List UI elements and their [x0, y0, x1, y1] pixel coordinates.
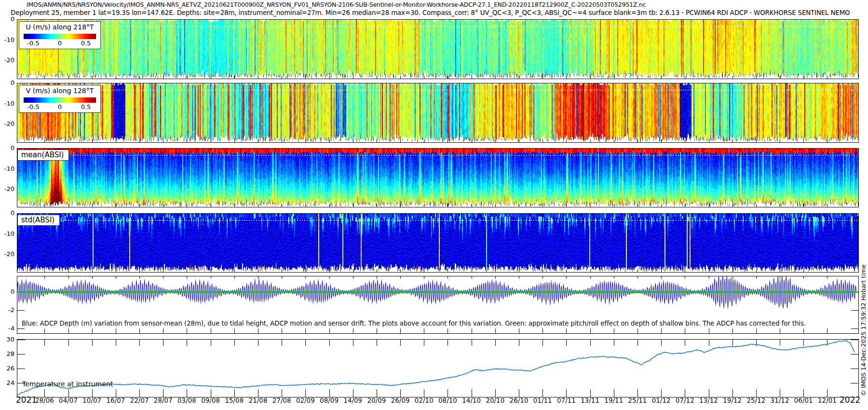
x-tick-label: 07/12 [671, 396, 698, 404]
adcp-figure: IMOS/ANMN/NRS/NRSYON/Velocity/IMOS_ANMN-… [0, 0, 868, 410]
u-colorbar-gradient [24, 34, 96, 39]
x-tick-label: 16/07 [102, 396, 129, 404]
x-tick-label: 20/09 [363, 396, 390, 404]
x-tick-label: 25/12 [743, 396, 770, 404]
x-tick-label: 12/01 [814, 396, 841, 404]
y-tick-label: 0 [0, 288, 14, 296]
year-label-left: 2021 [16, 395, 37, 405]
x-tick-label: 15/08 [221, 396, 248, 404]
y-tick-label: -20 [0, 250, 14, 258]
x-tick-label: 01/12 [648, 396, 675, 404]
v-legend-title: V (m/s) along 128°T [19, 87, 100, 95]
x-tick-label: 08/10 [434, 396, 461, 404]
panel-mean-absi: mean(ABSI) [17, 148, 859, 207]
u-colorbar-tick-min: -0.5 [27, 40, 39, 47]
x-tick-label: 28/07 [149, 396, 176, 404]
v-colorbar-gradient [24, 97, 96, 103]
y-tick-label: 26 [0, 365, 14, 372]
x-tick-label: 14/10 [458, 396, 485, 404]
x-tick-label: 07/11 [553, 396, 580, 404]
v-colorbar-tick-zero: 0 [58, 103, 62, 110]
v-velocity-heatmap [17, 83, 858, 142]
x-tick-label: 03/08 [173, 396, 200, 404]
panel-v-velocity: V (m/s) along 128°T -0.5 0 0.5 [17, 83, 859, 143]
x-tick-label: 04/07 [55, 396, 82, 404]
y-tick-label: -10 [0, 230, 14, 238]
y-tick-label: -10 [0, 165, 14, 173]
year-label-right: 2022 [840, 395, 860, 405]
x-tick-label: 21/08 [244, 396, 271, 404]
x-tick-label: 14/09 [339, 396, 366, 404]
v-colorbar-tick-max: 0.5 [81, 103, 91, 110]
x-tick-label: 01/11 [529, 396, 556, 404]
depth-note-text: Blue: ADCP Depth (m) variation from sens… [22, 320, 806, 327]
x-tick-label: 06/01 [790, 396, 817, 404]
v-colorbar-tick-min: -0.5 [27, 103, 39, 110]
x-tick-label: 02/10 [410, 396, 437, 404]
x-tick-label: 31/12 [766, 396, 793, 404]
x-tick-label: 09/08 [197, 396, 224, 404]
u-velocity-heatmap [17, 20, 858, 79]
u-colorbar-tick-max: 0.5 [81, 40, 91, 47]
mean-absi-label: mean(ABSI) [17, 150, 69, 161]
y-tick-label: -4 [0, 325, 14, 332]
panel-u-velocity: U (m/s) along 218°T -0.5 0 0.5 [17, 19, 859, 79]
y-tick-label: 28 [0, 350, 14, 358]
copyright-vertical-text: © IMOS 14-Dec-2025 17:59:32 Hobart time [860, 264, 867, 396]
y-tick-label: 0 [0, 79, 14, 87]
x-tick-label: 26/10 [505, 396, 532, 404]
figure-title-filename: IMOS/ANMN/NRS/NRSYON/Velocity/IMOS_ANMN-… [27, 1, 646, 8]
std-absi-heatmap [17, 214, 858, 272]
y-tick-label: -10 [0, 36, 14, 44]
x-tick-label: 19/11 [600, 396, 627, 404]
x-tick-label: 13/12 [695, 396, 722, 404]
x-tick-label: 25/11 [624, 396, 651, 404]
x-tick-label: 10/07 [79, 396, 106, 404]
y-tick-label: 0 [0, 15, 14, 23]
u-legend-title: U (m/s) along 218°T [19, 23, 100, 31]
y-tick-label: 24 [0, 379, 14, 387]
u-colorbar-tick-zero: 0 [58, 40, 62, 47]
y-tick-label: -20 [0, 185, 14, 193]
v-colorbar-legend: V (m/s) along 128°T -0.5 0 0.5 [19, 85, 101, 113]
u-colorbar-legend: U (m/s) along 218°T -0.5 0 0.5 [19, 21, 101, 49]
x-tick-label: 08/09 [316, 396, 343, 404]
std-absi-label: std(ABSI) [17, 215, 60, 226]
y-tick-label: 0 [0, 209, 14, 217]
x-tick-label: 22/07 [126, 396, 153, 404]
temperature-label: Temperature at instrument [22, 380, 113, 388]
y-tick-label: 0 [0, 144, 14, 152]
x-tick-label: 20/10 [482, 396, 509, 404]
y-tick-label: -2 [0, 306, 14, 314]
figure-subtitle-deployment-info: Deployment 25, member 1 lat=19.3S lon=14… [11, 9, 850, 16]
x-tick-label: 13/11 [577, 396, 604, 404]
x-tick-label: 26/09 [387, 396, 414, 404]
y-tick-label: -20 [0, 56, 14, 64]
panel-temperature: Temperature at instrument [17, 339, 859, 397]
x-tick-label: 19/12 [719, 396, 746, 404]
y-tick-label: -20 [0, 120, 14, 128]
y-tick-label: -10 [0, 100, 14, 108]
mean-absi-heatmap [17, 149, 858, 207]
temperature-plot [17, 340, 858, 397]
y-tick-label: 30 [0, 336, 14, 343]
x-tick-label: 02/09 [292, 396, 319, 404]
panel-std-absi: std(ABSI) [17, 213, 859, 273]
x-tick-label: 27/08 [268, 396, 295, 404]
